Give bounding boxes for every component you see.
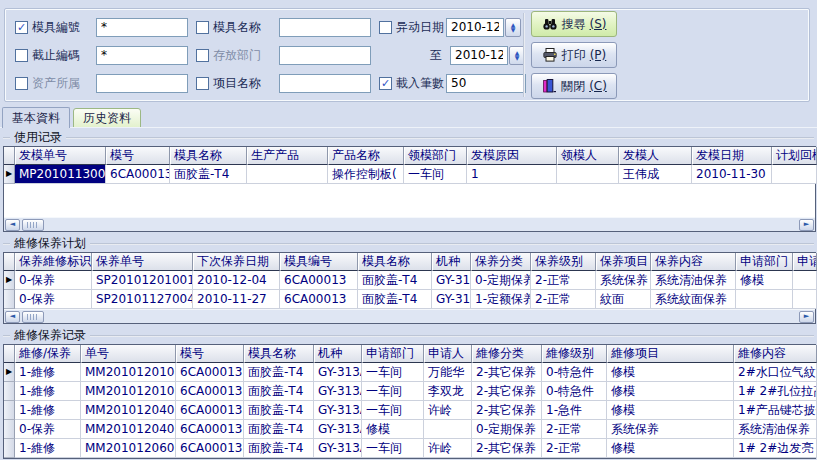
search-button[interactable]: 搜尋(S): [531, 11, 617, 37]
cell[interactable]: [736, 290, 793, 309]
cell[interactable]: 2010-11-30: [692, 165, 772, 184]
cell[interactable]: 6CA00013: [176, 363, 244, 382]
cell[interactable]: 0-保养: [15, 271, 92, 290]
cell[interactable]: 1-急件: [542, 401, 607, 420]
scroll-thumb[interactable]: [22, 311, 44, 323]
table-row[interactable]: 1-維修MM2010120600066CA00013面胶盖-T4GY-313A2…: [4, 439, 815, 458]
cell[interactable]: MM201012040003: [81, 401, 176, 420]
table-row[interactable]: ▶MP2010113000206CA00013面胶盖-T4操作控制板(一车间1王…: [4, 165, 815, 184]
project-name-input[interactable]: [279, 74, 371, 93]
column-header[interactable]: 保养级别: [531, 253, 596, 271]
cell[interactable]: 2-正常: [531, 271, 596, 290]
column-header[interactable]: 保养项目: [596, 253, 651, 271]
close-button[interactable]: 關閉(C): [531, 73, 617, 99]
cell[interactable]: [793, 290, 817, 309]
cell[interactable]: MM201012010007: [81, 382, 176, 401]
cell[interactable]: 许岭: [424, 439, 472, 458]
cell[interactable]: 万能华: [424, 363, 472, 382]
column-header[interactable]: 模具名称: [170, 147, 247, 165]
column-header[interactable]: 发模原因: [467, 147, 557, 165]
cell[interactable]: GY-313A2: [432, 271, 471, 290]
asset-owner-input[interactable]: [96, 74, 188, 93]
cell[interactable]: 一车间: [362, 439, 424, 458]
column-header[interactable]: 保养单号: [92, 253, 193, 271]
cell[interactable]: 面胶盖-T4: [170, 165, 247, 184]
tab-history-data[interactable]: 历史资料: [73, 108, 141, 128]
scroll-left-button[interactable]: ◄: [5, 219, 20, 231]
column-header[interactable]: 计划回模: [772, 147, 817, 165]
cell[interactable]: 系统紋面保养: [651, 290, 736, 309]
cell[interactable]: 1# 2#边发亮: [734, 439, 817, 458]
cell[interactable]: 1-維修: [15, 439, 81, 458]
cell[interactable]: 2-其它保养: [472, 401, 542, 420]
cell[interactable]: [793, 271, 817, 290]
column-header[interactable]: 领模部门: [404, 147, 467, 165]
cell[interactable]: 2-正常: [531, 290, 596, 309]
column-header[interactable]: 保养分类: [471, 253, 531, 271]
column-header[interactable]: 維修级别: [542, 345, 607, 363]
date-spinner[interactable]: ▲▼: [505, 18, 521, 37]
cell[interactable]: 操作控制板(: [328, 165, 404, 184]
column-header[interactable]: 发模日期: [692, 147, 772, 165]
table-row[interactable]: 1-維修MM2010120100076CA00013面胶盖-T4GY-313A2…: [4, 382, 815, 401]
column-header[interactable]: 发模单号: [15, 147, 106, 165]
table-row[interactable]: 1-維修MM2010120400036CA00013面胶盖-T4GY-313A2…: [4, 401, 815, 420]
cell[interactable]: 许岭: [424, 401, 472, 420]
cell[interactable]: 6CA00013: [176, 439, 244, 458]
mold-name-input[interactable]: [279, 18, 371, 37]
cell[interactable]: 1-維修: [15, 401, 81, 420]
cell[interactable]: 面胶盖-T4: [244, 401, 314, 420]
cell[interactable]: 2-其它保养: [472, 382, 542, 401]
column-header[interactable]: 模号: [176, 345, 244, 363]
cell[interactable]: 一车间: [362, 382, 424, 401]
column-header[interactable]: 申请人: [424, 345, 472, 363]
change-date-from-input[interactable]: [446, 18, 504, 37]
column-header[interactable]: 保养維修标识: [15, 253, 92, 271]
cell[interactable]: 修模: [607, 363, 734, 382]
cell[interactable]: 紋面: [596, 290, 651, 309]
cell[interactable]: 面胶盖-T4: [358, 271, 432, 290]
cell[interactable]: 修模: [607, 439, 734, 458]
cell[interactable]: 系统清油保养: [651, 271, 736, 290]
cell[interactable]: 6CA00013: [280, 271, 358, 290]
column-header[interactable]: 单号: [81, 345, 176, 363]
cell[interactable]: [557, 165, 619, 184]
change-date-checkbox[interactable]: [379, 21, 392, 34]
cell[interactable]: 6CA00013: [280, 290, 358, 309]
column-header[interactable]: 产品名称: [328, 147, 404, 165]
cell[interactable]: 2-其它保养: [472, 363, 542, 382]
cell[interactable]: 修模: [607, 401, 734, 420]
column-header[interactable]: 申请部门: [736, 253, 793, 271]
cell[interactable]: 一车间: [362, 363, 424, 382]
cell[interactable]: 1-維修: [15, 363, 81, 382]
end-code-checkbox[interactable]: [15, 49, 28, 62]
cell[interactable]: GY-313A2: [314, 420, 362, 439]
cell[interactable]: MM201012040009: [81, 420, 176, 439]
column-header[interactable]: 維修/保养: [15, 345, 81, 363]
cell[interactable]: GY-313A2: [314, 439, 362, 458]
load-count-checkbox[interactable]: ✓: [379, 77, 392, 90]
cell[interactable]: 2-正常: [542, 420, 607, 439]
cell[interactable]: 0-定期保养: [471, 271, 531, 290]
cell[interactable]: GY-313A2: [314, 363, 362, 382]
scroll-track[interactable]: [44, 311, 799, 323]
tab-basic-data[interactable]: 基本資料: [2, 107, 70, 128]
cell[interactable]: 1-定额保养: [471, 290, 531, 309]
cell[interactable]: 2-其它保养: [472, 439, 542, 458]
cell[interactable]: SP201012010010: [92, 271, 193, 290]
scroll-right-button[interactable]: ►: [799, 219, 814, 231]
cell[interactable]: 2#水口位气紋: [734, 363, 817, 382]
column-header[interactable]: 保养内容: [651, 253, 736, 271]
cell[interactable]: 1#产品键芯披锋: [734, 401, 817, 420]
cell[interactable]: GY-313A2: [432, 290, 471, 309]
cell[interactable]: 王伟成: [619, 165, 692, 184]
cell[interactable]: [424, 420, 472, 439]
cell[interactable]: 6CA00013: [176, 401, 244, 420]
cell[interactable]: 面胶盖-T4: [358, 290, 432, 309]
cell[interactable]: 系统保养: [607, 420, 734, 439]
column-header[interactable]: 申请人: [793, 253, 817, 271]
scroll-track[interactable]: [44, 219, 799, 231]
cell[interactable]: [772, 165, 817, 184]
store-dept-input[interactable]: [279, 46, 371, 65]
cell[interactable]: 系统清油保养: [734, 420, 817, 439]
